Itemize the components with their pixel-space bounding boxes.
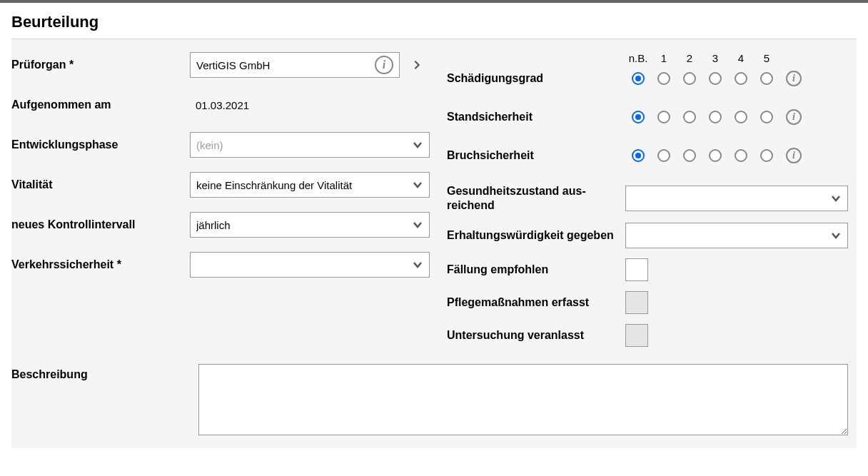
bruchsicherheit-radio-4[interactable] [735,149,747,162]
schaedigungsgrad-radio-1[interactable] [657,72,670,85]
faellung-label: Fällung empfohlen [447,263,625,277]
bruchsicherheit-radio-1[interactable] [657,149,670,162]
info-icon[interactable]: i [786,71,802,86]
radio-header: n.B. [625,52,651,64]
kontrollintervall-label: neues Kontrollintervall [11,218,190,231]
aufgenommen-label: Aufgenommen am [11,98,190,111]
info-icon[interactable]: i [786,148,802,163]
gesundheit-label: Gesundheitszustand aus­reichend [447,184,625,213]
standsicherheit-radio-5[interactable] [760,111,773,123]
untersuchung-checkbox [625,324,648,347]
radio-header: 5 [754,52,779,64]
standsicherheit-radios [625,111,779,123]
radio-header: 2 [677,52,702,64]
vitalitaet-value: keine Einschränkung der Vitalität [196,179,412,191]
faellung-checkbox[interactable] [625,258,648,281]
entwicklung-select[interactable]: (kein) [190,132,430,158]
info-icon[interactable]: i [375,56,393,74]
kontrollintervall-select[interactable]: jährlich [190,212,430,238]
schaedigungsgrad-label: Schädigungsgrad [447,72,625,85]
chevron-down-icon [830,230,842,241]
schaedigungsgrad-radio-3[interactable] [709,72,722,85]
entwicklung-label: Entwicklungsphase [11,138,190,151]
bruchsicherheit-radio-2[interactable] [683,149,696,162]
bruchsicherheit-label: Bruchsicherheit [447,149,625,162]
erhaltung-label: Erhaltungswürdigkeit gegeben [447,228,625,243]
beschreibung-textarea[interactable] [198,364,848,435]
verkehrssicherheit-select[interactable] [190,252,430,278]
schaedigungsgrad-radio-5[interactable] [760,72,773,85]
standsicherheit-radio-1[interactable] [657,111,670,123]
standsicherheit-radio-nb[interactable] [632,111,645,123]
radio-header: 1 [651,52,677,64]
standsicherheit-radio-4[interactable] [735,111,747,123]
top-divider [0,0,868,3]
bruchsicherheit-radio-3[interactable] [709,149,722,162]
chevron-right-icon [412,60,422,70]
kontrollintervall-value: jährlich [196,219,412,231]
schaedigungsgrad-radio-2[interactable] [683,72,696,85]
erhaltung-select[interactable] [625,223,848,248]
chevron-down-icon [412,219,423,231]
standsicherheit-radio-3[interactable] [709,111,722,123]
pflege-checkbox [625,291,648,314]
schaedigungsgrad-radio-4[interactable] [735,72,747,85]
info-icon[interactable]: i [786,109,802,125]
prueforgan-lookup-button[interactable] [404,52,430,78]
schaedigungsgrad-radios [625,72,779,85]
vitalitaet-select[interactable]: keine Einschränkung der Vitalität [190,172,430,198]
verkehrssicherheit-label: Verkehrssicherheit * [11,258,190,271]
schaedigungsgrad-radio-nb[interactable] [632,72,645,85]
standsicherheit-label: Standsicherheit [447,111,625,123]
bruchsicherheit-radio-5[interactable] [760,149,773,162]
bruchsicherheit-radio-nb[interactable] [632,149,645,162]
pflege-label: Pflegemaßnahmen erfasst [447,295,625,310]
chevron-down-icon [412,179,423,191]
untersuchung-label: Untersuchung veranlasst [447,328,625,343]
vitalitaet-label: Vitalität [11,178,190,191]
assessment-panel: Prüforgan * VertiGIS GmbH i Aufgenommen … [11,39,857,448]
chevron-down-icon [412,139,423,151]
entwicklung-placeholder: (kein) [196,139,412,151]
prueforgan-input[interactable]: VertiGIS GmbH i [190,52,400,78]
standsicherheit-radio-2[interactable] [683,111,696,123]
radio-header-row: n.B. 1 2 3 4 5 [625,52,848,64]
radio-header: 3 [702,52,728,64]
section-title: Beurteilung [11,13,857,31]
gesundheit-select[interactable] [625,186,848,211]
prueforgan-label: Prüforgan * [11,59,190,71]
radio-header: 4 [728,52,754,64]
beschreibung-label: Beschreibung [11,364,198,435]
prueforgan-value: VertiGIS GmbH [196,59,375,71]
bruchsicherheit-radios [625,149,779,162]
aufgenommen-value: 01.03.2021 [190,99,430,111]
chevron-down-icon [830,193,842,204]
chevron-down-icon [412,259,423,270]
